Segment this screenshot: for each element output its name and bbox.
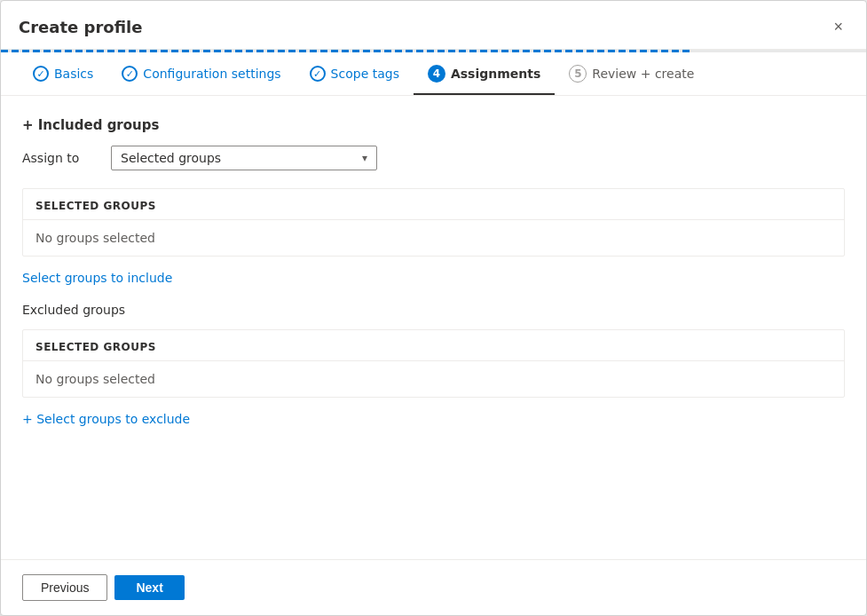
tab-scope-label: Scope tags <box>331 67 399 81</box>
excluded-groups-section-label: Excluded groups <box>22 303 845 317</box>
included-groups-table: SELECTED GROUPS No groups selected <box>22 188 845 257</box>
tab-scope[interactable]: ✓ Scope tags <box>296 53 414 94</box>
tab-configuration[interactable]: ✓ Configuration settings <box>107 53 295 94</box>
tabs-bar: ✓ Basics ✓ Configuration settings ✓ Scop… <box>1 52 866 96</box>
previous-button[interactable]: Previous <box>22 574 107 601</box>
dialog-header: Create profile × <box>1 1 866 50</box>
tab-basics[interactable]: ✓ Basics <box>19 53 107 94</box>
basics-check-icon: ✓ <box>33 66 49 82</box>
review-num-icon: 5 <box>569 65 587 83</box>
assign-to-label: Assign to <box>22 151 93 165</box>
included-groups-section-header: + Included groups <box>22 117 845 133</box>
excluded-groups-header-text: SELECTED GROUPS <box>35 341 156 353</box>
included-groups-table-header: SELECTED GROUPS <box>23 189 844 220</box>
dialog-footer: Previous Next <box>1 559 866 615</box>
included-groups-empty-row: No groups selected <box>23 220 844 256</box>
scope-check-icon: ✓ <box>310 66 326 82</box>
create-profile-dialog: Create profile × ✓ Basics ✓ Configuratio… <box>0 0 867 616</box>
next-button[interactable]: Next <box>114 575 184 600</box>
tab-assignments[interactable]: 4 Assignments <box>414 52 555 95</box>
tab-assignments-label: Assignments <box>451 67 540 81</box>
assignments-num-icon: 4 <box>428 65 445 83</box>
tab-configuration-label: Configuration settings <box>143 67 280 81</box>
included-groups-header-text: SELECTED GROUPS <box>35 200 156 212</box>
select-groups-include-link[interactable]: Select groups to include <box>22 271 172 285</box>
assign-to-dropdown[interactable]: Selected groups ▾ <box>111 146 377 170</box>
configuration-check-icon: ✓ <box>122 66 138 82</box>
chevron-down-icon: ▾ <box>362 152 367 164</box>
dialog-title: Create profile <box>19 18 142 36</box>
main-content: + Included groups Assign to Selected gro… <box>1 96 866 559</box>
close-button[interactable]: × <box>828 15 848 38</box>
excluded-groups-table: SELECTED GROUPS No groups selected <box>22 329 845 398</box>
assign-to-dropdown-value: Selected groups <box>121 151 221 165</box>
assign-to-row: Assign to Selected groups ▾ <box>22 146 845 170</box>
excluded-groups-table-header: SELECTED GROUPS <box>23 330 844 361</box>
tab-basics-label: Basics <box>54 67 93 81</box>
tab-review[interactable]: 5 Review + create <box>555 52 708 95</box>
excluded-groups-empty-row: No groups selected <box>23 361 844 397</box>
select-groups-exclude-link[interactable]: + Select groups to exclude <box>22 412 190 426</box>
tab-review-label: Review + create <box>592 67 694 81</box>
